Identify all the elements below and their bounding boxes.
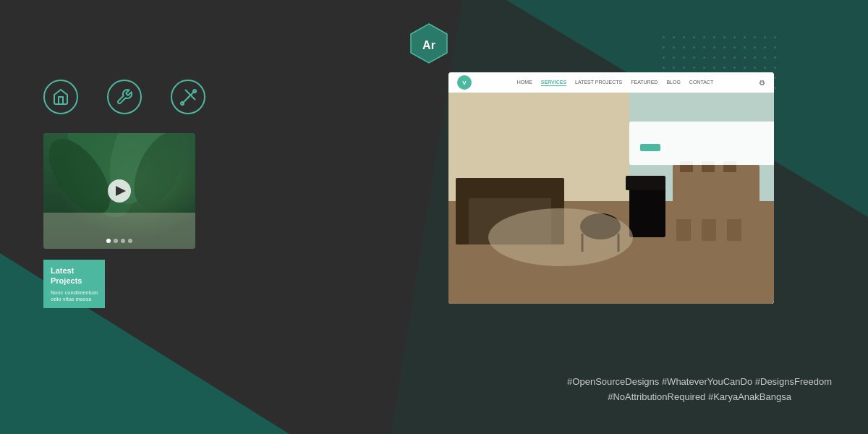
svg-rect-11: [43, 213, 195, 249]
main-content: LatestProjects Nunc condimentumodio vita…: [0, 80, 868, 308]
icons-row: [43, 80, 434, 119]
svg-rect-33: [727, 219, 741, 241]
nav-contact[interactable]: CONTACT: [689, 80, 713, 86]
settings-icon[interactable]: ⚙: [759, 79, 765, 87]
icon-item-tools: [107, 80, 142, 119]
nav-services[interactable]: SERVICES: [541, 80, 566, 86]
nav-blog[interactable]: BLOG: [666, 80, 680, 86]
featured-image: [43, 133, 195, 249]
nav-projects[interactable]: LATEST PROJECTS: [575, 80, 622, 86]
nav-featured[interactable]: FEATURED: [631, 80, 658, 86]
left-panel: LatestProjects Nunc condimentumodio vita…: [43, 80, 434, 308]
latest-title: LatestProjects: [51, 265, 98, 286]
svg-rect-31: [676, 219, 691, 241]
mockup-logo-icon: V: [457, 75, 472, 90]
svg-rect-20: [456, 194, 469, 244]
svg-rect-25: [629, 187, 665, 237]
nav-home[interactable]: HOME: [517, 80, 532, 86]
mockup-navbar: V HOME SERVICES LATEST PROJECTS FEATURED…: [448, 72, 774, 93]
svg-text:Ar: Ar: [422, 39, 435, 51]
design-icon: [171, 80, 205, 114]
svg-rect-32: [702, 219, 716, 241]
dot-pattern-bottom: [775, 289, 846, 333]
icon-item-design: [171, 80, 205, 119]
latest-projects-label: LatestProjects Nunc condimentumodio vita…: [43, 260, 105, 308]
play-button[interactable]: [108, 179, 131, 203]
website-mockup: V HOME SERVICES LATEST PROJECTS FEATURED…: [448, 72, 774, 304]
svg-point-34: [488, 208, 633, 266]
image-dots: [106, 239, 132, 243]
right-panel: V HOME SERVICES LATEST PROJECTS FEATURED…: [448, 80, 825, 308]
svg-rect-27: [673, 165, 760, 216]
hashtags-section: #OpenSourceDesigns #WhateverYouCanDo #De…: [567, 375, 832, 405]
featured-content: [210, 133, 434, 249]
home-icon: [43, 80, 78, 114]
mockup-nav-items: HOME SERVICES LATEST PROJECTS FEATURED B…: [482, 80, 748, 86]
svg-rect-26: [626, 176, 665, 190]
svg-rect-19: [456, 178, 564, 198]
logo-icon: Ar: [407, 22, 451, 65]
latest-description: Nunc condimentumodio vitae massa: [51, 289, 98, 302]
hashtag-line-2: #NoAttributionRequired #KaryaAnakBangsa: [567, 390, 832, 405]
hashtag-line-1: #OpenSourceDesigns #WhateverYouCanDo #De…: [567, 375, 832, 390]
latest-projects-section: LatestProjects Nunc condimentumodio vita…: [43, 260, 434, 308]
icon-item-home: [43, 80, 78, 119]
featured-section: [43, 133, 434, 249]
mockup-hero: [448, 93, 774, 304]
hero-button[interactable]: [640, 144, 660, 151]
tools-icon: [107, 80, 142, 114]
svg-text:V: V: [462, 80, 467, 86]
hero-overlay: [629, 122, 774, 165]
